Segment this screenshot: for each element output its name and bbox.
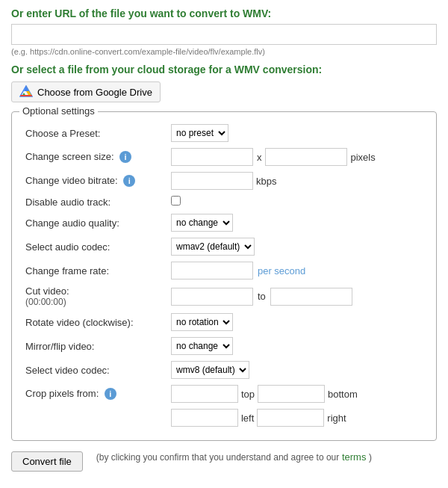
kbps-label: kbps (256, 176, 276, 187)
audio-quality-select[interactable]: no change (171, 214, 233, 232)
cloud-section: Or select a file from your cloud storage… (11, 64, 437, 111)
cut-video-sub: (00:00:00) (25, 297, 162, 307)
crop-label: Crop pixels from: (25, 388, 99, 399)
settings-table: Choose a Preset: no preset Change screen… (22, 121, 426, 430)
bitrate-info-icon[interactable]: i (123, 175, 135, 187)
frame-rate-input[interactable] (171, 262, 253, 279)
cut-start-input[interactable] (171, 288, 253, 306)
preset-select[interactable]: no preset (171, 124, 228, 142)
crop-right-label: right (327, 413, 346, 424)
bitrate-label: Change video bitrate: (25, 175, 118, 186)
frame-rate-row: Change frame rate: per second (22, 259, 426, 282)
crop-info-icon[interactable]: i (105, 388, 116, 400)
video-codec-label: Select video codec: (22, 358, 168, 382)
crop-row-2: left right (22, 406, 426, 430)
mirror-row: Mirror/flip video: no change (22, 334, 426, 358)
crop-right-input[interactable] (257, 409, 324, 427)
x-separator: x (257, 152, 262, 163)
optional-settings-panel: Optional settings Choose a Preset: no pr… (11, 111, 437, 441)
screen-size-row: Change screen size: i x pixels (22, 145, 426, 169)
crop-bottom-label: bottom (328, 389, 358, 400)
terms-link[interactable]: terms (342, 451, 367, 463)
screen-width-input[interactable] (171, 148, 253, 166)
crop-top-input[interactable] (171, 385, 238, 403)
rotate-label: Rotate video (clockwise): (22, 310, 168, 334)
mirror-select[interactable]: no change (171, 337, 233, 355)
url-label: Or enter URL of the file you want to con… (11, 7, 437, 19)
screen-height-input[interactable] (265, 148, 347, 166)
audio-codec-label: Select audio codec: (22, 235, 168, 259)
optional-legend: Optional settings (19, 105, 98, 117)
video-codec-select[interactable]: wmv8 (default) (171, 361, 249, 379)
disable-audio-label: Disable audio track: (22, 193, 168, 211)
cloud-label: Or select a file from your cloud storage… (11, 64, 437, 75)
audio-codec-select[interactable]: wmav2 (default) (171, 238, 255, 256)
google-drive-label: Choose from Google Drive (37, 87, 152, 98)
footer: Convert file (by clicking you confirm th… (11, 451, 437, 472)
crop-row-1: Crop pixels from: i top bottom (22, 382, 426, 406)
screen-size-info-icon[interactable]: i (119, 151, 131, 163)
svg-rect-4 (20, 95, 32, 96)
crop-left-input[interactable] (171, 409, 238, 427)
footer-note-end: ) (369, 452, 372, 463)
cut-end-input[interactable] (270, 288, 352, 306)
crop-left-label: left (241, 413, 254, 424)
audio-quality-row: Change audio quality: no change (22, 211, 426, 235)
footer-note-container: (by clicking you confirm that you unders… (96, 451, 372, 463)
bitrate-row: Change video bitrate: i kbps (22, 169, 426, 193)
audio-codec-row: Select audio codec: wmav2 (default) (22, 235, 426, 259)
audio-quality-label: Change audio quality: (22, 211, 168, 235)
convert-button[interactable]: Convert file (11, 451, 83, 472)
bitrate-input[interactable] (171, 172, 253, 190)
screen-size-label: Change screen size: (25, 151, 114, 162)
cut-video-label: Cut video: (25, 285, 162, 297)
video-codec-row: Select video codec: wmv8 (default) (22, 358, 426, 382)
preset-label: Choose a Preset: (22, 121, 168, 145)
mirror-label: Mirror/flip video: (22, 334, 168, 358)
per-second-label: per second (258, 265, 305, 277)
rotate-select[interactable]: no rotation (171, 313, 233, 331)
crop-bottom-input[interactable] (258, 385, 325, 403)
footer-note: (by clicking you confirm that you unders… (96, 452, 340, 463)
to-label: to (258, 291, 266, 302)
crop-top-label: top (241, 389, 255, 400)
rotate-row: Rotate video (clockwise): no rotation (22, 310, 426, 334)
frame-rate-label: Change frame rate: (22, 259, 168, 282)
disable-audio-checkbox[interactable] (171, 196, 181, 206)
url-hint: (e.g. https://cdn.online-convert.com/exa… (11, 47, 437, 56)
disable-audio-row: Disable audio track: (22, 193, 426, 211)
url-section: Or enter URL of the file you want to con… (11, 7, 437, 56)
google-drive-button[interactable]: Choose from Google Drive (11, 81, 161, 102)
preset-row: Choose a Preset: no preset (22, 121, 426, 145)
cut-video-row: Cut video: (00:00:00) to (22, 282, 426, 310)
pixels-label: pixels (350, 152, 375, 163)
url-input[interactable] (11, 24, 437, 45)
google-drive-icon (19, 85, 33, 99)
